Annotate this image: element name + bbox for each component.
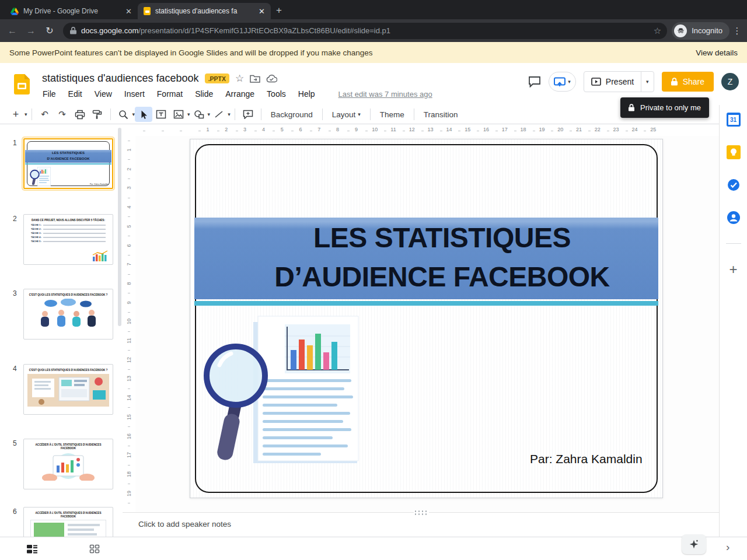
add-addon-button[interactable]: + [729, 262, 737, 276]
undo-icon[interactable]: ↶ [36, 107, 54, 122]
insert-image-icon[interactable] [170, 107, 187, 122]
new-slide-caret-icon[interactable]: ▾ [25, 111, 27, 117]
layout-button[interactable]: Layout▾ [327, 108, 366, 121]
filmstrip-view-icon[interactable] [26, 544, 38, 554]
text-box-icon[interactable] [152, 107, 170, 122]
thumb-title: DANS CE PROJET, NOUS ALLONS DISCUTER 5 T… [29, 219, 108, 222]
present-button[interactable]: Present [584, 77, 641, 86]
back-icon[interactable]: ← [4, 22, 21, 40]
ruler-tick [128, 446, 130, 446]
last-edit-link[interactable]: Last edit was 7 minutes ago [338, 90, 432, 99]
speaker-notes-placeholder[interactable]: Click to add speaker notes [138, 520, 231, 528]
tasks-icon[interactable] [727, 178, 741, 192]
present-to-meeting-button[interactable]: ▾ [549, 72, 576, 92]
star-document-icon[interactable]: ☆ [235, 74, 244, 83]
notes-drag-handle[interactable] [414, 510, 429, 515]
present-options-caret[interactable]: ▾ [641, 72, 654, 92]
explore-button[interactable] [682, 534, 706, 554]
ruler-tick [495, 131, 498, 131]
ruler-tick [198, 131, 201, 131]
grid-view-icon[interactable] [89, 544, 100, 554]
transition-button[interactable]: Transition [418, 108, 463, 121]
browser-tab-drive[interactable]: My Drive - Google Drive ✕ [5, 3, 138, 19]
ruler-tick [128, 255, 130, 256]
slides-logo-icon[interactable] [14, 74, 30, 94]
ruler-tick [421, 131, 424, 131]
document-title[interactable]: statistiques d'audiences facebook [42, 72, 199, 85]
redo-icon[interactable]: ↷ [54, 107, 71, 122]
share-button[interactable]: Share [662, 72, 714, 92]
slide-title-line1[interactable]: LES STATISTIQUES [210, 218, 674, 257]
theme-button[interactable]: Theme [375, 108, 410, 121]
ruler-number: 14 [126, 395, 132, 401]
thumb-illustration [27, 164, 53, 188]
image-caret-icon[interactable]: ▾ [187, 111, 190, 117]
menu-view[interactable]: View [93, 88, 114, 100]
slide-thumbnail-3[interactable]: C'EST QUOI LES STATISTIQUES D'AUDIENCES … [23, 289, 113, 340]
address-bar[interactable]: docs.google.com/presentation/d/1P4SFKemi… [63, 23, 667, 39]
menu-arrange[interactable]: Arrange [224, 88, 256, 100]
menu-edit[interactable]: Edit [67, 88, 84, 100]
ruler-tick [626, 131, 628, 131]
filmstrip-scrollbar[interactable] [118, 128, 121, 326]
slide-thumbnail-5[interactable]: ACCÉDER À L'OUTIL STATISTIQUES D'AUDIENC… [23, 439, 113, 489]
slide-thumbnail-2[interactable]: DANS CE PROJET, NOUS ALLONS DISCUTER 5 T… [23, 214, 113, 265]
menu-format[interactable]: Format [155, 88, 184, 100]
slide-thumbnail-1[interactable]: LES STATISTIQUES D’AUDIENCE FACEBOOK Par… [23, 138, 113, 189]
print-icon[interactable] [71, 107, 89, 122]
ruler-tick [588, 131, 591, 131]
tab-close-icon[interactable]: ✕ [257, 7, 266, 16]
account-avatar[interactable]: Z [721, 73, 739, 90]
calendar-icon[interactable]: 31 [727, 113, 741, 127]
cloud-status-icon[interactable] [266, 75, 277, 83]
thumb-author: Par: Zahra Kamaldin [90, 183, 109, 186]
tab-close-icon[interactable]: ✕ [124, 7, 133, 16]
line-caret-icon[interactable]: ▾ [228, 111, 231, 117]
comment-history-icon[interactable] [528, 76, 541, 88]
insert-shape-icon[interactable] [190, 107, 208, 122]
lock-icon [629, 104, 634, 111]
current-slide[interactable]: LES STATISTIQUES D’AUDIENCE FACEBOOK [190, 139, 663, 498]
incognito-badge: Incognito [672, 22, 729, 40]
menu-insert[interactable]: Insert [123, 88, 146, 100]
google-slides-favicon-icon [144, 7, 151, 15]
insert-line-icon[interactable] [210, 107, 228, 122]
hide-panel-chevron-icon[interactable]: › [726, 541, 729, 552]
forward-icon[interactable]: → [22, 22, 40, 40]
ruler-tick [458, 131, 460, 131]
slide-title-line2[interactable]: D’AUDIENCE FACEBOOK [210, 257, 674, 296]
menu-file[interactable]: File [41, 88, 58, 100]
new-tab-button[interactable]: + [271, 2, 287, 19]
slide-author-text[interactable]: Par: Zahra Kamaldin [530, 452, 643, 466]
ruler-tick [128, 178, 130, 179]
browser-menu-icon[interactable]: ⋮ [731, 26, 743, 36]
background-button[interactable]: Background [266, 108, 318, 121]
new-slide-button[interactable]: + [7, 107, 25, 122]
keep-icon[interactable] [727, 145, 741, 159]
document-title-row: statistiques d'audiences facebook .PPTX … [42, 72, 277, 85]
slide-thumbnail-6[interactable]: ACCÉDER À L'OUTIL STATISTIQUES D'AUDIENC… [23, 507, 113, 537]
present-play-icon [591, 78, 601, 86]
contacts-icon[interactable] [727, 211, 741, 225]
ruler-tick [477, 131, 479, 131]
menu-help[interactable]: Help [296, 88, 317, 100]
title-banner[interactable]: LES STATISTIQUES D’AUDIENCE FACEBOOK [194, 218, 658, 299]
ruler-number: 1 [206, 127, 209, 132]
move-folder-icon[interactable] [250, 74, 260, 83]
ruler-number: 16 [126, 433, 132, 439]
bookmark-star-icon[interactable]: ☆ [654, 26, 661, 36]
menu-tools[interactable]: Tools [265, 88, 288, 100]
menu-slide[interactable]: Slide [193, 88, 215, 100]
magnifier-document-illustration[interactable] [197, 304, 372, 477]
ruler-tick [128, 503, 130, 503]
zoom-icon[interactable] [115, 107, 132, 122]
paint-format-icon[interactable] [89, 107, 106, 122]
insert-comment-icon[interactable] [239, 107, 257, 122]
reload-icon[interactable]: ↻ [41, 22, 58, 40]
present-button-group: Present ▾ [584, 71, 654, 92]
select-tool-icon[interactable] [135, 107, 152, 122]
view-details-link[interactable]: View details [696, 48, 738, 57]
ruler-tick [128, 198, 130, 198]
browser-tab-slides[interactable]: statistiques d'audiences fa ✕ [138, 3, 271, 19]
slide-thumbnail-4[interactable]: C'EST QUOI LES STATISTIQUES D'AUDIENCES … [23, 364, 113, 415]
